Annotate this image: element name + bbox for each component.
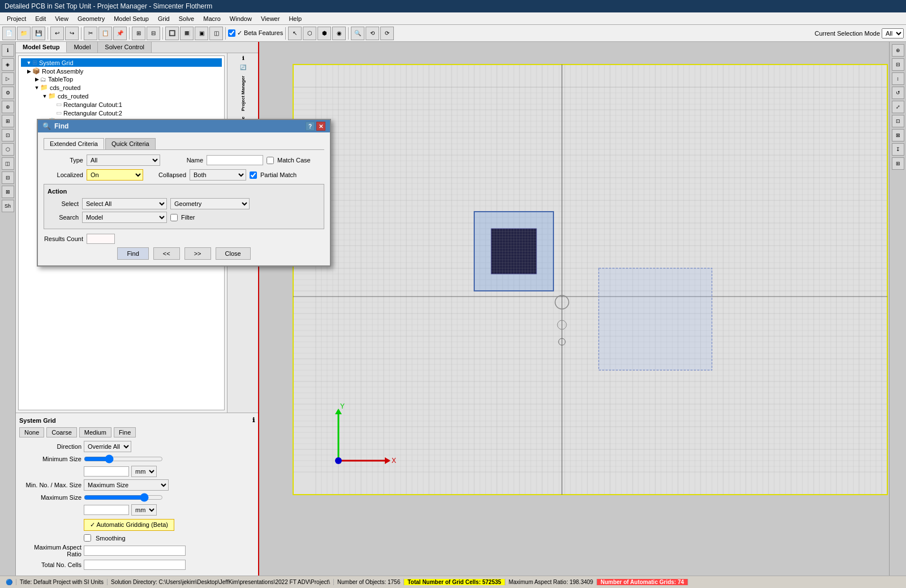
- rt-icon-7[interactable]: ⊠: [892, 129, 904, 141]
- toolbar-3d1[interactable]: 🔲: [165, 27, 179, 40]
- find-prev-btn[interactable]: <<: [153, 247, 180, 260]
- find-find-btn[interactable]: Find: [117, 247, 148, 260]
- toolbar-new[interactable]: 📄: [2, 27, 16, 40]
- toolbar-paste[interactable]: 📌: [113, 27, 127, 40]
- toolbar-cursor[interactable]: ↖: [288, 27, 302, 40]
- info-btn[interactable]: ℹ: [242, 55, 244, 61]
- sidebar-icon-9[interactable]: ◫: [2, 157, 14, 170]
- menu-macro[interactable]: Macro: [199, 14, 225, 23]
- sg-none-btn[interactable]: None: [19, 427, 44, 437]
- tree-item-cutout-1[interactable]: ▭ Rectangular Cutout:1: [21, 100, 222, 109]
- sg-max-size-unit[interactable]: mm cm m: [131, 504, 157, 516]
- toolbar-undo[interactable]: ↩: [50, 27, 64, 40]
- sg-smoothing-check[interactable]: [84, 534, 91, 542]
- tree-item-cds-routed-1[interactable]: ▼ 📁 cds_routed: [21, 83, 222, 92]
- toolbar-3d4[interactable]: ◫: [209, 27, 223, 40]
- tree-item-cutout-2[interactable]: ▭ Rectangular Cutout:2: [21, 109, 222, 117]
- sidebar-icon-12[interactable]: Sh: [2, 200, 14, 212]
- toolbar-select3[interactable]: ◉: [332, 27, 346, 40]
- toolbar-redo[interactable]: ↪: [65, 27, 79, 40]
- toolbar-view1[interactable]: 🔍: [351, 27, 364, 40]
- toolbar-select1[interactable]: ⬡: [303, 27, 316, 40]
- sg-help-icon[interactable]: ℹ: [252, 417, 255, 424]
- find-search-select[interactable]: Model Assembly All: [82, 212, 167, 223]
- toolbar-cut[interactable]: ✂: [84, 27, 97, 40]
- toolbar-3d3[interactable]: ▣: [195, 27, 208, 40]
- sg-min-size-slider[interactable]: [84, 454, 163, 463]
- find-collapsed-select[interactable]: Both Collapsed Expanded: [190, 169, 246, 181]
- find-next-btn[interactable]: >>: [184, 247, 211, 260]
- toolbar-grid1[interactable]: ⊞: [132, 27, 145, 40]
- menu-geometry[interactable]: Geometry: [73, 14, 109, 23]
- menu-solve[interactable]: Solve: [174, 14, 199, 23]
- selection-mode-select[interactable]: All: [882, 28, 904, 38]
- find-select-select[interactable]: Select All Select None Add to Selection: [82, 198, 167, 209]
- find-dialog-help-btn[interactable]: ?: [306, 122, 315, 131]
- find-type-select[interactable]: All Component Assembly: [87, 154, 160, 166]
- rt-icon-1[interactable]: ⊕: [892, 44, 904, 57]
- rt-icon-6[interactable]: ⊡: [892, 115, 904, 127]
- rt-icon-8[interactable]: ↧: [892, 143, 904, 156]
- sg-total-cells-input[interactable]: 572535: [84, 560, 186, 570]
- sg-max-size-slider[interactable]: [84, 493, 163, 502]
- sidebar-icon-4[interactable]: ⚙: [2, 87, 14, 99]
- toolbar-view3[interactable]: ⟳: [380, 27, 394, 40]
- sidebar-icon-11[interactable]: ⊠: [2, 186, 14, 198]
- expand-icon-cds1[interactable]: ▼: [33, 85, 40, 91]
- find-partial-match-check[interactable]: [250, 171, 257, 179]
- find-close-btn[interactable]: Close: [216, 247, 251, 260]
- menu-viewer[interactable]: Viewer: [256, 14, 284, 23]
- sidebar-icon-3[interactable]: ▷: [2, 72, 14, 85]
- toolbar-select2[interactable]: ⬢: [317, 27, 331, 40]
- toolbar-view2[interactable]: ⟲: [366, 27, 379, 40]
- tree-item-root-assembly[interactable]: ▶ 📦 Root Assembly: [21, 67, 222, 75]
- sg-medium-btn[interactable]: Medium: [79, 427, 111, 437]
- tree-item-tabletop[interactable]: ▶ 🗂 TableTop: [21, 75, 222, 83]
- tab-model-setup[interactable]: Model Setup: [16, 42, 67, 53]
- toolbar-open[interactable]: 📁: [17, 27, 31, 40]
- sg-min-size-input[interactable]: 1: [84, 466, 129, 477]
- find-tab-extended[interactable]: Extended Criteria: [44, 138, 104, 149]
- sidebar-icon-5[interactable]: ⊕: [2, 101, 14, 113]
- expand-icon-cds2[interactable]: ▼: [41, 93, 48, 99]
- beta-features-check[interactable]: [228, 29, 235, 37]
- sg-minmax-select[interactable]: Maximum Size Minimum Number: [84, 479, 169, 491]
- menu-window[interactable]: Window: [225, 14, 256, 23]
- sidebar-icon-2[interactable]: ◈: [2, 58, 14, 71]
- rt-icon-9[interactable]: ⊞: [892, 157, 904, 170]
- tab-solver-control[interactable]: Solver Control: [98, 42, 152, 53]
- sidebar-icon-6[interactable]: ⊞: [2, 115, 14, 127]
- sidebar-icon-8[interactable]: ⬡: [2, 143, 14, 156]
- sg-auto-gridding-btn[interactable]: ✓ Automatic Gridding (Beta): [84, 519, 174, 531]
- toolbar-save[interactable]: 💾: [32, 27, 45, 40]
- find-localized-select[interactable]: On Off: [87, 169, 143, 181]
- menu-edit[interactable]: Edit: [31, 14, 50, 23]
- find-dialog-close-btn[interactable]: ✕: [316, 122, 325, 131]
- toolbar-grid2[interactable]: ⊟: [147, 27, 160, 40]
- menu-help[interactable]: Help: [284, 14, 306, 23]
- sg-max-aspect-input[interactable]: 198.3409: [84, 546, 186, 556]
- rt-icon-5[interactable]: ⤢: [892, 101, 904, 113]
- sidebar-icon-1[interactable]: ℹ: [2, 44, 14, 57]
- sidebar-icon-10[interactable]: ⊟: [2, 171, 14, 184]
- find-filter-check[interactable]: [170, 214, 178, 221]
- menu-project[interactable]: Project: [2, 14, 31, 23]
- menu-view[interactable]: View: [50, 14, 73, 23]
- expand-icon-tabletop[interactable]: ▶: [33, 76, 40, 82]
- rt-icon-3[interactable]: ↕: [892, 72, 904, 85]
- sg-coarse-btn[interactable]: Coarse: [46, 427, 76, 437]
- find-match-case-check[interactable]: [267, 157, 274, 164]
- sg-direction-select[interactable]: Override All X Only Y Only Z Only: [84, 441, 131, 452]
- menu-model-setup[interactable]: Model Setup: [109, 14, 153, 23]
- sg-min-size-unit[interactable]: mm cm m: [131, 466, 157, 477]
- rt-icon-2[interactable]: ⊟: [892, 58, 904, 71]
- rt-icon-4[interactable]: ↺: [892, 87, 904, 99]
- toolbar-3d2[interactable]: 🔳: [180, 27, 194, 40]
- sidebar-icon-7[interactable]: ⊡: [2, 129, 14, 141]
- refresh-btn[interactable]: 🔄: [240, 65, 246, 70]
- menu-grid[interactable]: Grid: [153, 14, 174, 23]
- find-name-input[interactable]: [207, 155, 263, 165]
- tree-item-system-grid[interactable]: ▼ ⊞ System Grid: [21, 58, 222, 67]
- tab-model[interactable]: Model: [67, 42, 98, 53]
- find-tab-quick[interactable]: Quick Criteria: [105, 138, 156, 149]
